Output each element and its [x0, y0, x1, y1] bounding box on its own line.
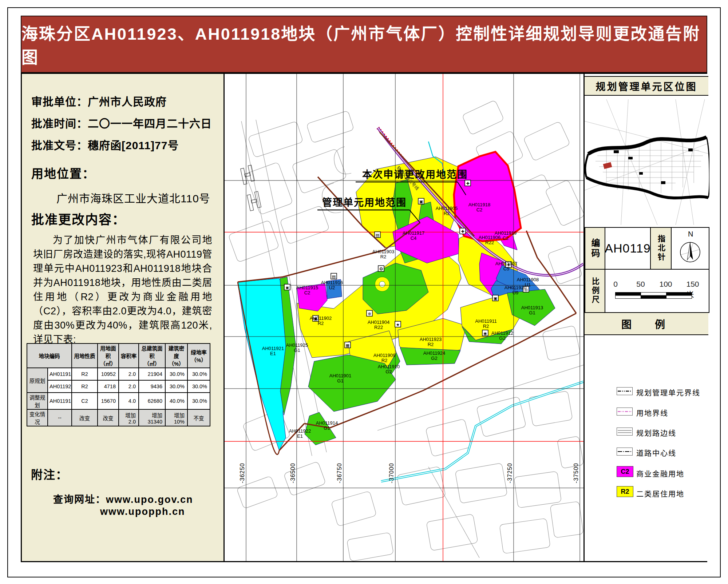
parcel-label-code: AH011912	[491, 330, 513, 336]
legend-panel: 规划管理单元区位图	[583, 74, 708, 561]
parcel-label-class: C4	[411, 235, 417, 241]
grid-coordinate-label: -37000	[388, 463, 395, 483]
parcel-label-code: AH011911	[475, 318, 497, 324]
callout-unit-scope: 管理单元用地范围	[322, 197, 407, 208]
legend-item-unit-boundary: 规划管理单元界线	[585, 385, 708, 400]
code-value-cell: AH0119	[605, 227, 651, 270]
code-label: 编码	[589, 238, 601, 259]
parcel-label-class: R2	[483, 323, 489, 329]
scale-bar-cell: 0 50 100 150米	[605, 269, 709, 313]
location-map-title: 规划管理单元区位图	[585, 76, 708, 96]
col-header-area: 用地面积（㎡）	[98, 343, 119, 368]
location-heading: 用地位置：	[31, 164, 95, 182]
grid-coordinate-label: -37500	[573, 463, 579, 483]
c2-swatch: C2	[617, 466, 633, 477]
parcel-label-code: AH011910	[378, 364, 400, 369]
facility-icon-glyph: ◙	[286, 285, 289, 290]
facility-icon-glyph: ✚	[461, 229, 464, 234]
parcel-label-class: R2	[380, 254, 387, 259]
legend-item-r2: R2 二类居住用地	[585, 485, 708, 500]
change-table: 地块编码 用地性质 用地面积（㎡） 容积率 总建筑面积（㎡） 建筑密度（%） 绿…	[27, 343, 210, 426]
road-center-line-icon	[617, 448, 633, 456]
facility-icon-glyph: ▤	[376, 233, 379, 237]
parcel-label-code: AH011909	[373, 353, 395, 358]
table-row: 原规划 AH011918 R2 10952 2.0 21904 30.0% 30…	[27, 368, 210, 380]
legend-item-road-center: 道路中心线	[585, 445, 708, 460]
parcel-label-code: AH011925	[286, 342, 308, 348]
parcel-label-class: C2	[476, 207, 483, 212]
parcel-label-class: U2	[329, 285, 335, 290]
callout-change-scope: 本次申请更改用地范围	[362, 169, 468, 180]
parcel-label-code: AH011915	[296, 285, 318, 290]
query-url-line2: www.upopph.cn	[100, 506, 185, 517]
page-title: 海珠分区AH011923、AH011918地块（广州市气体厂）控制性详细规划导则…	[21, 16, 707, 72]
compass-label: 指北针	[656, 235, 666, 262]
table-row: 变化情况 -- 改变 改变 增加 2.0 增加 31340 增加 10% 不变	[27, 409, 210, 426]
plan-map: ▣✚▤◙✪▣⊕▦◉✚◘▣★▤✚ AH011901G1AH011902R2AH01…	[225, 74, 583, 561]
parcel-label-code: AH011913	[521, 305, 543, 310]
title-banner: 海珠分区AH011923、AH011918地块（广州市气体厂）控制性详细规划导则…	[21, 16, 707, 73]
compass-cell: N	[671, 227, 709, 270]
note-heading: 附注：	[31, 465, 68, 482]
parcel-label-code: AH011907	[495, 261, 517, 266]
table-row: AH011923 R2 4718 2.0 9436 30.0% 30.0%	[27, 380, 210, 393]
north-arrow-icon: N	[672, 229, 708, 269]
facility-icon-glyph: ▣	[419, 199, 423, 204]
parcel-label-class: G2	[431, 355, 437, 361]
main-frame: 审批单位：广州市人民政府 批准时间：二〇一一年四月二十六日 批准文号：穗府函[2…	[21, 73, 707, 562]
parcel-label-code: AH011905	[436, 206, 458, 211]
parcel-label-code: AH011908	[517, 277, 539, 282]
plan-map-canvas: ▣✚▤◙✪▣⊕▦◉✚◘▣★▤✚ AH011901G1AH011902R2AH01…	[225, 74, 583, 561]
col-header-nature: 用地性质	[72, 343, 98, 368]
parcel-label-class: G1	[324, 425, 330, 431]
parcel-label-class: E1	[297, 433, 303, 439]
parcel-label-code: AH011902	[310, 315, 332, 321]
parcel-label-code: AH011920	[505, 285, 526, 290]
unit-code: AH0119	[605, 241, 650, 255]
unit-boundary-line-icon	[617, 387, 633, 395]
parcel-label-code: AH011922	[289, 428, 311, 434]
compass-label-cell: 指北针	[650, 227, 672, 270]
parcel-label-code: AH011914	[316, 420, 338, 426]
table-row: 调整规划 AH011918 C2 15670 4.0 62680 40.0% 3…	[27, 393, 210, 409]
scale-tick: 50	[636, 280, 645, 289]
parcel-label-class: C2	[304, 290, 310, 295]
parcel-label-code: AH011924	[423, 350, 445, 356]
parcel-label-class: G1	[529, 310, 535, 315]
r2-swatch: R2	[617, 486, 633, 497]
parcel-label-code: AH011903	[372, 249, 394, 254]
parcel-label-code: AH011918	[468, 202, 490, 207]
grid-coordinate-label: -37250	[507, 463, 513, 483]
facility-icon-glyph: ✚	[466, 181, 469, 186]
parcel-label-class: U9	[513, 290, 519, 295]
parcel-label-class: R2	[381, 358, 388, 363]
col-header-green: 绿地率（%）	[187, 343, 210, 368]
scale-label: 比例尺	[590, 277, 601, 305]
grid-coordinate-label: -36500	[290, 463, 296, 483]
approval-doc-line: 批准文号：穗府函[2011]77号	[31, 136, 179, 152]
parcel-label-code: AH011923	[420, 337, 442, 342]
scale-tick: 0	[613, 280, 618, 289]
parcel-label-class: G1	[337, 378, 343, 384]
facility-icon-glyph: ▦	[346, 343, 349, 347]
legend-title: 图 例	[585, 312, 708, 335]
facility-icon-glyph: ▣	[494, 296, 497, 301]
facility-icon-glyph: ⊕	[368, 311, 371, 316]
parcel-label-class: R22	[485, 240, 494, 245]
col-header-code: 地块编码	[27, 343, 72, 368]
content-heading: 批准更改内容：	[31, 209, 126, 228]
parcel-label-class: C5	[503, 266, 510, 271]
grid-coordinate-label: -36250	[239, 463, 245, 483]
scale-bar: 0 50 100 150米	[605, 270, 709, 312]
info-panel: 审批单位：广州市人民政府 批准时间：二〇一一年四月二十六日 批准文号：穗府函[2…	[22, 74, 225, 561]
col-header-density: 建筑密度（%）	[165, 343, 187, 368]
parcel-label-class: E1	[270, 351, 276, 356]
code-label-cell: 编码	[585, 227, 605, 270]
parcel-label-class: C2	[503, 235, 509, 241]
parcel-g1-1901	[308, 355, 396, 412]
content-paragraph: 为了加快广州市气体厂有限公司地块旧厂房改造建设的落实,现将AH0119管理单元中…	[33, 233, 212, 347]
parcel-label-class: G2	[385, 369, 392, 374]
parcel-label-class: R2	[444, 211, 450, 216]
approval-unit-line: 审批单位：广州市人民政府	[31, 93, 167, 109]
facility-icon-glyph: ✪	[379, 267, 383, 271]
